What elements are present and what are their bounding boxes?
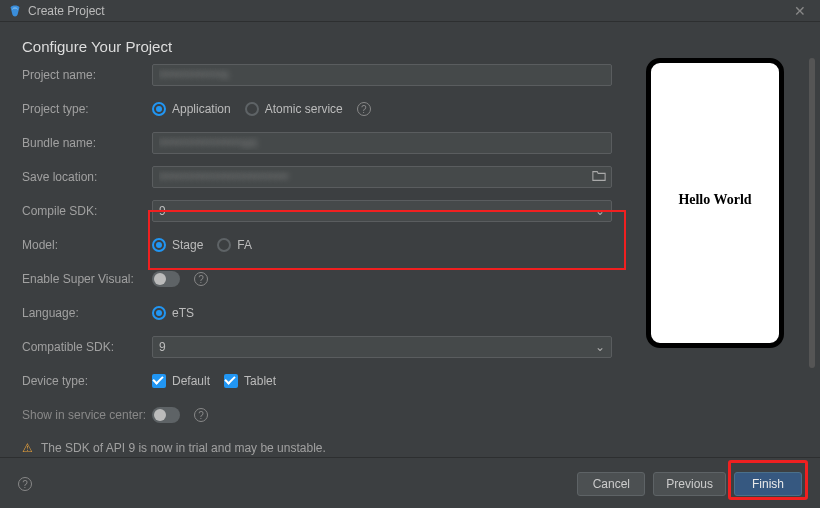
label-model: Model: <box>22 238 152 252</box>
label-device-type: Device type: <box>22 374 152 388</box>
radio-ring-icon <box>245 102 259 116</box>
checkbox-default[interactable]: Default <box>152 374 210 388</box>
finish-button[interactable]: Finish <box>734 472 802 496</box>
warning-text: The SDK of API 9 is now in trial and may… <box>41 441 326 455</box>
warning-icon: ⚠ <box>22 441 33 455</box>
scrollbar-thumb[interactable] <box>809 58 815 368</box>
radio-ets[interactable]: eTS <box>152 306 194 320</box>
radio-dot-icon <box>152 102 166 116</box>
title-bar: Create Project ✕ <box>0 0 820 22</box>
radio-ets-label: eTS <box>172 306 194 320</box>
device-preview: Hello World <box>646 58 784 348</box>
label-language: Language: <box>22 306 152 320</box>
label-show-service-center: Show in service center: <box>22 408 152 422</box>
label-enable-super-visual: Enable Super Visual: <box>22 272 152 286</box>
scrollbar[interactable] <box>806 58 820 448</box>
help-icon[interactable]: ? <box>357 102 371 116</box>
page-heading: Configure Your Project <box>22 38 820 55</box>
radio-dot-icon <box>152 306 166 320</box>
super-visual-toggle[interactable] <box>152 271 180 287</box>
radio-stage[interactable]: Stage <box>152 238 203 252</box>
service-center-toggle[interactable] <box>152 407 180 423</box>
preview-text: Hello World <box>678 192 751 208</box>
checkbox-icon <box>152 374 166 388</box>
label-save-location: Save location: <box>22 170 152 184</box>
radio-application-label: Application <box>172 102 231 116</box>
button-bar: ? Cancel Previous Finish <box>0 460 820 508</box>
checkbox-tablet[interactable]: Tablet <box>224 374 276 388</box>
folder-icon[interactable] <box>592 169 606 183</box>
label-compatible-sdk: Compatible SDK: <box>22 340 152 354</box>
checkbox-icon <box>224 374 238 388</box>
radio-fa[interactable]: FA <box>217 238 252 252</box>
radio-dot-icon <box>152 238 166 252</box>
chevron-down-icon: ⌄ <box>595 204 605 218</box>
radio-atomic-service[interactable]: Atomic service <box>245 102 343 116</box>
radio-application[interactable]: Application <box>152 102 231 116</box>
preview-column: Hello World <box>646 58 806 448</box>
checkbox-tablet-label: Tablet <box>244 374 276 388</box>
save-location-input[interactable] <box>152 166 612 188</box>
help-icon[interactable]: ? <box>194 408 208 422</box>
label-project-name: Project name: <box>22 68 152 82</box>
bundle-name-input[interactable] <box>152 132 612 154</box>
previous-button[interactable]: Previous <box>653 472 726 496</box>
label-bundle-name: Bundle name: <box>22 136 152 150</box>
compatible-sdk-value: 9 <box>159 340 166 354</box>
project-name-input[interactable] <box>152 64 612 86</box>
label-compile-sdk: Compile SDK: <box>22 204 152 218</box>
radio-stage-label: Stage <box>172 238 203 252</box>
cancel-button[interactable]: Cancel <box>577 472 645 496</box>
form-column: Project name: Project type: Application … <box>0 58 646 448</box>
help-icon[interactable]: ? <box>18 477 32 491</box>
app-logo-icon <box>8 4 22 18</box>
compile-sdk-value: 9 <box>159 204 166 218</box>
compile-sdk-select[interactable]: 9 ⌄ <box>152 200 612 222</box>
compatible-sdk-select[interactable]: 9 ⌄ <box>152 336 612 358</box>
close-icon[interactable]: ✕ <box>788 3 812 19</box>
radio-ring-icon <box>217 238 231 252</box>
radio-fa-label: FA <box>237 238 252 252</box>
help-icon[interactable]: ? <box>194 272 208 286</box>
warning-bar: ⚠ The SDK of API 9 is now in trial and m… <box>0 438 820 458</box>
radio-atomic-service-label: Atomic service <box>265 102 343 116</box>
checkbox-default-label: Default <box>172 374 210 388</box>
window-title: Create Project <box>28 4 788 18</box>
chevron-down-icon: ⌄ <box>595 340 605 354</box>
label-project-type: Project type: <box>22 102 152 116</box>
